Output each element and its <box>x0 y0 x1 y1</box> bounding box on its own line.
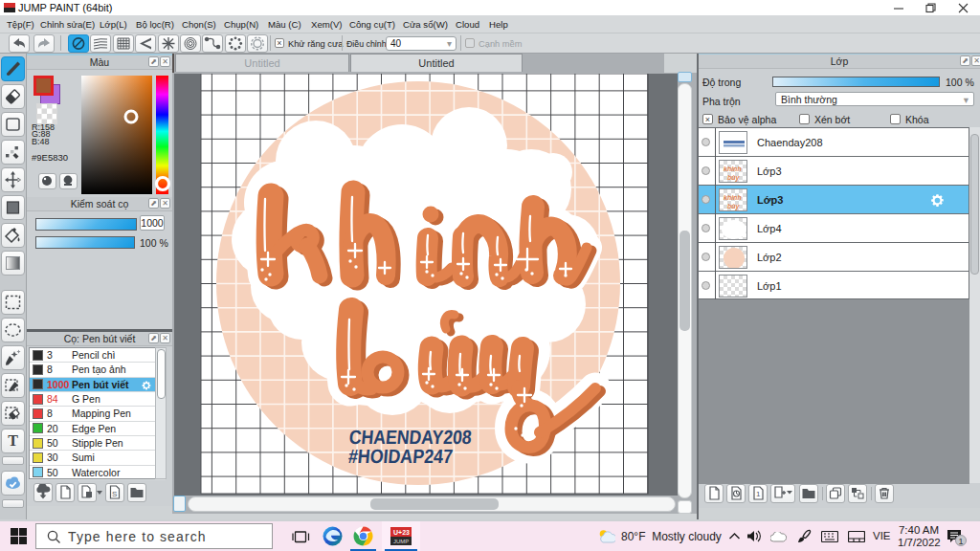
svg-text:bủy: bủy <box>727 174 741 182</box>
svg-text:bủy: bủy <box>727 203 741 210</box>
svg-text:S: S <box>112 490 117 498</box>
svg-text:JUMP: JUMP <box>393 539 409 544</box>
svg-text:U+23: U+23 <box>393 529 410 536</box>
svg-text:khinh: khinh <box>724 165 742 172</box>
svg-text:khinh: khinh <box>724 194 742 201</box>
svg-text:1: 1 <box>756 490 761 498</box>
svg-text:#HOIDAP247: #HOIDAP247 <box>347 445 454 467</box>
